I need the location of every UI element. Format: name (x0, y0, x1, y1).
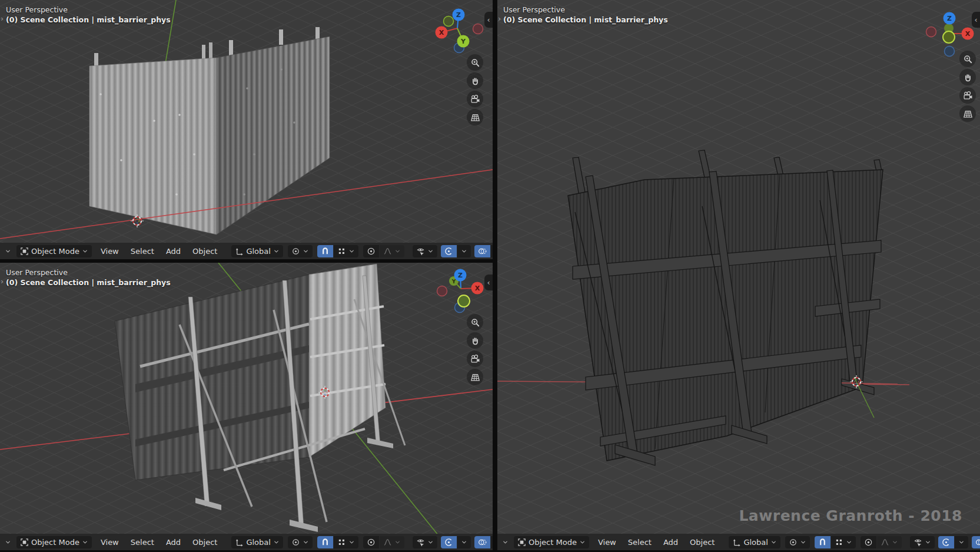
gizmo-dropdown[interactable] (457, 536, 471, 548)
orientation-label: Global (246, 247, 270, 256)
overlays-toggle[interactable] (972, 536, 980, 548)
visibility-dropdown[interactable] (413, 245, 437, 257)
gizmo-axis-z-neg[interactable] (945, 47, 955, 57)
falloff-dropdown[interactable] (380, 536, 404, 548)
proportional-toggle[interactable] (363, 536, 379, 548)
chevron-down-icon (892, 539, 898, 546)
gizmo-dropdown[interactable] (457, 245, 471, 257)
snap-target-dropdown[interactable] (831, 536, 856, 548)
mode-dropdown[interactable]: Object Mode (16, 245, 92, 257)
gizmo-axis-x-neg[interactable] (437, 286, 447, 296)
snap-toggle[interactable] (317, 536, 333, 548)
orientation-dropdown[interactable]: Global (231, 536, 283, 548)
falloff-dropdown[interactable] (380, 245, 404, 257)
visibility-dropdown[interactable] (910, 536, 935, 548)
view-camera-icon (470, 354, 480, 364)
menu-select[interactable]: Select (624, 538, 656, 547)
chevron-down-icon (394, 248, 401, 254)
nav-gizmo[interactable]: Z X Y (431, 5, 484, 58)
overlays-toggle[interactable] (474, 536, 490, 548)
editor-menu-icon[interactable] (502, 539, 509, 546)
mode-label: Object Mode (31, 247, 79, 256)
proportional-group (861, 536, 902, 548)
menu-view[interactable]: View (97, 247, 123, 256)
camera-view-button[interactable] (467, 91, 483, 107)
pan-button[interactable] (959, 69, 976, 85)
gizmo-axis-y[interactable]: Y (457, 35, 470, 48)
zoom-button[interactable] (467, 54, 483, 71)
viewport-canvas-top-left[interactable] (0, 0, 493, 243)
gizmo-axis-z[interactable]: Z (453, 9, 465, 21)
editor-menu-icon[interactable] (5, 539, 11, 546)
overlays-dropdown[interactable] (491, 536, 493, 548)
snap-target-dropdown[interactable] (334, 536, 358, 548)
overlays-dropdown[interactable] (491, 245, 493, 257)
falloff-dropdown[interactable] (877, 536, 902, 548)
zoom-button[interactable] (959, 51, 976, 67)
zoom-button[interactable] (467, 314, 483, 330)
chevron-down-icon (348, 539, 355, 546)
menu-add[interactable]: Add (659, 538, 682, 547)
ortho-toggle-button[interactable] (467, 109, 483, 125)
gizmo-axis-z[interactable]: Z (454, 269, 467, 282)
menu-view[interactable]: View (594, 538, 620, 547)
gizmo-toggle[interactable] (938, 536, 954, 548)
snap-magnet-icon (321, 538, 330, 547)
mode-dropdown[interactable]: Object Mode (16, 536, 92, 548)
gizmo-toggle[interactable] (441, 536, 457, 548)
chevron-down-icon (394, 539, 401, 546)
pivot-dropdown[interactable] (288, 245, 313, 257)
svg-text:Z: Z (947, 15, 952, 22)
pan-button[interactable] (467, 332, 483, 349)
snap-toggle[interactable] (317, 245, 333, 257)
menu-object[interactable]: Object (188, 538, 221, 547)
orientation-dropdown[interactable]: Global (729, 536, 780, 548)
proportional-toggle[interactable] (861, 536, 876, 548)
expand-right-icon[interactable]: › (1, 277, 4, 286)
editor-menu-icon[interactable] (5, 248, 11, 254)
orientation-dropdown[interactable]: Global (231, 245, 283, 257)
gizmo-dropdown[interactable] (955, 536, 968, 548)
menu-object[interactable]: Object (686, 538, 719, 547)
proportional-icon (864, 538, 873, 547)
menu-add[interactable]: Add (162, 538, 185, 547)
chevron-down-icon (770, 539, 777, 546)
mode-dropdown[interactable]: Object Mode (514, 536, 589, 548)
menu-add[interactable]: Add (162, 247, 185, 256)
gizmo-axis-z[interactable]: Z (944, 12, 956, 25)
gizmo-axis-x[interactable]: X (471, 282, 484, 295)
visibility-dropdown[interactable] (413, 536, 437, 548)
proportional-icon (367, 538, 376, 547)
proportional-toggle[interactable] (363, 245, 379, 257)
gizmo-axis-x-neg[interactable] (926, 27, 936, 37)
camera-view-button[interactable] (467, 351, 483, 367)
snap-toggle[interactable] (815, 536, 830, 548)
ortho-toggle-icon (963, 109, 973, 119)
gizmo-axis-y-neg[interactable] (458, 295, 470, 307)
gizmo-axis-y-neg[interactable] (943, 31, 955, 43)
expand-right-icon[interactable]: › (1, 14, 4, 23)
camera-view-button[interactable] (959, 87, 976, 104)
snap-target-dropdown[interactable] (334, 245, 358, 257)
gizmo-toggle[interactable] (441, 245, 457, 257)
gizmo-axis-x-neg[interactable] (473, 24, 483, 34)
expand-right-icon[interactable]: › (498, 14, 501, 23)
ortho-toggle-button[interactable] (467, 369, 483, 385)
pan-button[interactable] (467, 72, 483, 89)
svg-text:Z: Z (456, 11, 461, 19)
menu-select[interactable]: Select (127, 247, 158, 256)
pivot-dropdown[interactable] (288, 536, 313, 548)
viewport-canvas-bottom-left[interactable] (0, 263, 493, 534)
gizmo-axis-x[interactable]: X (962, 28, 974, 40)
gizmo-axis-y-neg[interactable] (444, 16, 454, 27)
menu-view[interactable]: View (97, 538, 123, 547)
overlays-toggle[interactable] (474, 245, 490, 257)
collapse-left-icon[interactable]: ‹ (484, 12, 493, 28)
pivot-dropdown[interactable] (785, 536, 810, 548)
menu-select[interactable]: Select (127, 538, 158, 547)
gizmo-axis-x[interactable]: X (436, 27, 448, 39)
ortho-toggle-button[interactable] (959, 105, 976, 122)
menu-object[interactable]: Object (188, 247, 221, 256)
nav-gizmo[interactable]: Y Z X (434, 264, 487, 317)
viewport-canvas-right[interactable] (497, 0, 980, 534)
